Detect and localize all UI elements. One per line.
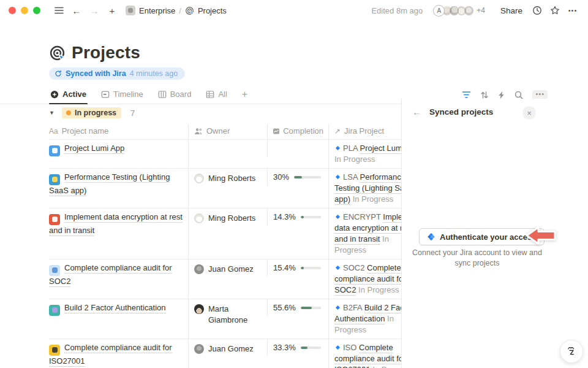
jira-cell[interactable]: LSA Performance Testing (Lighting SaaS a…: [328, 169, 401, 208]
favorite-star-icon[interactable]: [548, 4, 562, 17]
column-header-completion[interactable]: Completion: [267, 124, 328, 139]
project-name-link[interactable]: Complete compliance audit for SOC2: [49, 263, 172, 287]
project-icon: [49, 214, 60, 225]
status-dot: [66, 110, 71, 115]
progress-bar: [301, 307, 321, 309]
jira-cell[interactable]: SOC2 Complete compliance audit for SOC2 …: [328, 259, 401, 299]
owner-avatar: [194, 344, 204, 354]
share-button[interactable]: Share: [500, 6, 522, 15]
jira-status: In Progress: [334, 155, 375, 164]
project-name-cell[interactable]: Complete compliance audit for ISO27001: [49, 339, 188, 368]
jira-status: In Progress: [353, 194, 393, 204]
table-row[interactable]: Project Lumi AppPLA Project Lumi App In …: [49, 140, 401, 169]
project-name-cell[interactable]: Complete compliance audit for SOC2: [49, 259, 188, 299]
notion-ai-face-button[interactable]: [560, 340, 583, 363]
jira-diamond-icon: [334, 344, 341, 351]
project-icon-glyph: [52, 148, 58, 153]
owner-cell[interactable]: Ming Roberts: [188, 169, 267, 208]
minimize-window-button[interactable]: [21, 7, 28, 14]
owner-name: Juan Gomez: [208, 343, 254, 355]
page-target-icon[interactable]: [49, 45, 66, 61]
completion-cell[interactable]: 15.4%: [267, 259, 328, 277]
column-header-project-name[interactable]: Aa Project name: [49, 124, 188, 139]
table-row[interactable]: Complete compliance audit for ISO27001Ju…: [49, 339, 401, 368]
jira-key: PLA: [343, 144, 358, 153]
viewer-avatars[interactable]: A +4: [433, 5, 491, 17]
project-name-cell[interactable]: Performance Testing (Lighting SaaS app): [49, 169, 188, 208]
jira-status: In Progress: [358, 285, 399, 294]
chart-icon: [273, 128, 279, 135]
new-page-icon[interactable]: +: [105, 4, 119, 17]
completion-cell[interactable]: 33.3%: [267, 339, 328, 356]
project-icon: [49, 265, 60, 276]
owner-cell[interactable]: Juan Gomez: [188, 259, 267, 299]
avatar: A: [433, 5, 445, 17]
group-header[interactable]: ▼ In progress 7: [49, 105, 401, 121]
owner-name: Ming Roberts: [208, 173, 255, 184]
page-title: Projects: [72, 43, 140, 63]
synced-with-jira-badge[interactable]: Synced with Jira 4 minutes ago: [49, 67, 185, 80]
panel-close-icon[interactable]: ×: [522, 106, 536, 120]
jira-key: ENCRYPT: [343, 212, 381, 221]
column-header-jira-project[interactable]: ↗ Jira Project: [328, 124, 401, 139]
completion-value: 30%: [273, 172, 289, 183]
owner-cell[interactable]: [188, 140, 267, 168]
forward-icon: →: [88, 4, 101, 17]
project-name-cell[interactable]: Build 2 Factor Authentication: [49, 299, 188, 339]
zoom-window-button[interactable]: [33, 7, 40, 14]
panel-description: Connect your Jira account to view and sy…: [411, 248, 543, 269]
project-name-link[interactable]: Performance Testing (Lighting SaaS app): [49, 172, 170, 196]
project-name-link[interactable]: Project Lumi App: [64, 144, 124, 154]
breadcrumb-page[interactable]: Projects: [198, 6, 227, 15]
project-name-cell[interactable]: Implement data encryption at rest and in…: [49, 209, 188, 259]
panel-back-icon[interactable]: ←: [412, 107, 421, 117]
panel-title: Synced projects: [429, 107, 493, 117]
jira-diamond-icon: [334, 174, 341, 180]
workspace-icon[interactable]: [126, 6, 135, 15]
jira-cell[interactable]: ISO Complete compliance audit for ISO270…: [328, 339, 401, 368]
owner-name: Marta Giambrone: [208, 304, 262, 326]
jira-cell[interactable]: PLA Project Lumi App In Progress: [328, 140, 401, 168]
projects-table: ▼ In progress 7 Aa Project name Owner Co…: [49, 101, 401, 368]
group-label: In progress: [75, 109, 116, 117]
column-header-owner[interactable]: Owner: [188, 124, 267, 139]
progress-fill: [294, 176, 302, 178]
table-row[interactable]: Complete compliance audit for SOC2Juan G…: [49, 259, 401, 299]
column-label: Jira Project: [344, 126, 384, 136]
project-icon-glyph: [52, 217, 58, 222]
owner-name: Ming Roberts: [208, 213, 255, 224]
project-name-link[interactable]: Complete compliance audit for ISO27001: [49, 343, 172, 367]
project-name-link[interactable]: Implement data encryption at rest and in…: [49, 212, 183, 236]
collapse-triangle-icon[interactable]: ▼: [49, 110, 56, 116]
table-row[interactable]: Performance Testing (Lighting SaaS app)M…: [49, 169, 401, 209]
completion-cell[interactable]: 30%: [267, 169, 328, 186]
owner-cell[interactable]: Marta Giambrone: [188, 299, 267, 339]
jira-cell[interactable]: ENCRYPT Implement data encryption at res…: [328, 209, 401, 259]
completion-cell[interactable]: 14.3%: [267, 209, 328, 226]
sort-icon[interactable]: [480, 91, 489, 99]
table-row[interactable]: Implement data encryption at rest and in…: [49, 209, 401, 259]
jira-status: In Progress: [372, 365, 401, 368]
back-icon[interactable]: ←: [70, 4, 83, 17]
more-options-icon[interactable]: •••: [566, 4, 579, 17]
close-window-button[interactable]: [9, 7, 16, 14]
filter-icon[interactable]: [462, 91, 471, 99]
project-name-link[interactable]: Build 2 Factor Authentication: [64, 303, 166, 313]
owner-cell[interactable]: Ming Roberts: [188, 209, 267, 259]
sidebar-toggle-icon[interactable]: [52, 4, 66, 17]
completion-cell[interactable]: [267, 140, 328, 157]
jira-logo-icon: [427, 232, 435, 241]
completion-cell[interactable]: 55.6%: [267, 299, 328, 316]
breadcrumb-workspace[interactable]: Enterprise: [139, 6, 175, 15]
jira-title-link[interactable]: Project Lumi App: [360, 144, 401, 154]
automation-lightning-icon[interactable]: [498, 91, 505, 99]
table-row[interactable]: Build 2 Factor AuthenticationMarta Giamb…: [49, 299, 401, 339]
breadcrumb-page-icon: [185, 6, 194, 15]
history-icon[interactable]: [530, 4, 544, 17]
jira-cell[interactable]: B2FA Build 2 Factor Authentication In Pr…: [328, 299, 401, 339]
owner-cell[interactable]: Juan Gomez: [188, 339, 267, 368]
search-icon[interactable]: [514, 91, 523, 99]
table-body: Project Lumi AppPLA Project Lumi App In …: [49, 140, 401, 368]
project-name-cell[interactable]: Project Lumi App: [49, 140, 188, 168]
view-more-icon[interactable]: •••: [532, 90, 548, 99]
